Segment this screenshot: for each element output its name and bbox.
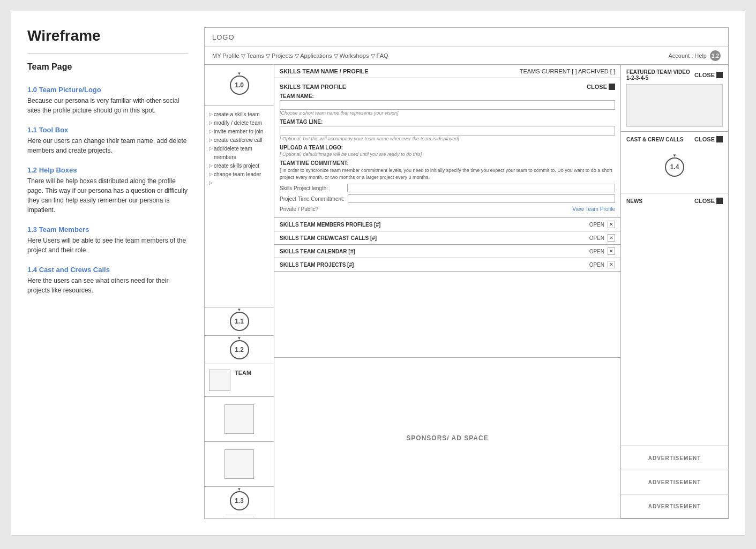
team-thumbnail-2	[224, 404, 254, 434]
profile-header-title: SKILLS TEAM NAME / PROFILE	[280, 68, 369, 74]
sponsors-area: SPONSORS/ AD SPACE	[274, 357, 620, 518]
news-area	[626, 207, 723, 250]
ad-section-2: ADVERTISEMENT	[621, 470, 728, 494]
badge-1-4: 1.4	[665, 157, 684, 177]
left-sidebar: 1.0 ▷create a skills team ▷modify / dele…	[205, 65, 274, 518]
toolbox-item-7: ▷ change team leader	[209, 170, 270, 179]
cast-crew-label: CAST & CREW CALLS	[626, 137, 684, 142]
section-body-1-1: Here our users can change their team nam…	[27, 136, 188, 155]
cast-crew-close[interactable]: CLOSE	[694, 136, 723, 142]
x-icon-0[interactable]: ✕	[608, 221, 615, 228]
project-time-input[interactable]	[348, 194, 615, 203]
members-row-0: SKILLS TEAM MEMBERS PROFILES [#] OPEN ✕	[274, 218, 620, 231]
profile-close-button[interactable]: CLOSE	[587, 84, 615, 90]
logo-text: LOGO	[212, 33, 235, 41]
featured-video-section: FEATURED TEAM VIDEO 1-2-3-4-5 CLOSE	[621, 65, 728, 132]
featured-video-close[interactable]: CLOSE	[694, 72, 723, 78]
team-tagline-label: TEAM TAG LINE:	[280, 119, 615, 125]
badge-container-11-12: 1.1	[205, 307, 274, 336]
left-section-1-4: 1.4 Cast and Crews Calls Here the users …	[27, 266, 188, 295]
open-text-3[interactable]: OPEN	[589, 262, 604, 268]
nav-links[interactable]: MY Profile ▽ Teams ▽ Projects ▽ Applicat…	[212, 52, 388, 59]
profile-header-tabs: TEAMS CURRENT [ ] ARCHIVED [ ]	[520, 68, 615, 74]
section-heading-1-3: 1.3 Team Members	[27, 225, 188, 234]
badge-container-12: 1.2	[205, 336, 274, 364]
x-icon-3[interactable]: ✕	[608, 261, 615, 268]
news-close-icon	[716, 198, 723, 204]
members-row-1: SKILLS TEAM CREW/CAST CALLS [#] OPEN ✕	[274, 231, 620, 245]
upload-logo-hint: [ Optional, default image will be used u…	[280, 152, 615, 157]
open-text-0[interactable]: OPEN	[589, 222, 604, 228]
private-public-text: Private / Public?	[280, 206, 318, 212]
featured-video-label: FEATURED TEAM VIDEO 1-2-3-4-5	[626, 69, 694, 81]
team-tagline-input[interactable]	[280, 126, 615, 136]
members-section: SKILLS TEAM MEMBERS PROFILES [#] OPEN ✕ …	[274, 218, 620, 357]
project-length-row: Skills Project length:	[280, 184, 615, 192]
members-actions-0: OPEN ✕	[589, 221, 615, 228]
section-body-1-4: Here the users can see what others need …	[27, 276, 188, 295]
news-header: NEWS CLOSE	[626, 198, 723, 204]
team-name-input[interactable]	[280, 100, 615, 110]
x-icon-2[interactable]: ✕	[608, 247, 615, 255]
page-subtitle: Team Page	[27, 62, 188, 72]
sponsors-text: SPONSORS/ AD SPACE	[406, 434, 488, 442]
left-section-1-0: 1.0 Team Picture/Logo Because our person…	[27, 86, 188, 115]
project-length-label: Skills Project length:	[280, 185, 344, 191]
section-heading-1-1: 1.1 Tool Box	[27, 126, 188, 134]
members-row-2: SKILLS TEAM CALENDAR [#] OPEN ✕	[274, 245, 620, 258]
cast-crew-close-label: CLOSE	[694, 136, 715, 142]
toolbox-item-1: ▷create a skills team	[209, 110, 270, 119]
close-icon	[609, 84, 615, 90]
ad-text-2: ADVERTISEMENT	[648, 479, 701, 485]
featured-video-header: FEATURED TEAM VIDEO 1-2-3-4-5 CLOSE	[626, 69, 723, 81]
badge-1-1: 1.1	[230, 312, 249, 331]
badge-1-2: 1.2	[230, 340, 249, 359]
page-title: Wireframe	[27, 27, 188, 44]
project-time-row: Project Time Committment:	[280, 194, 615, 203]
news-label: NEWS	[626, 198, 642, 204]
view-team-profile-link[interactable]: View Team Profile	[572, 206, 615, 212]
featured-video-area	[626, 84, 723, 127]
members-label-0: SKILLS TEAM MEMBERS PROFILES [#]	[280, 222, 380, 228]
account-help-text[interactable]: Account : Help	[668, 52, 707, 59]
toolbox-area: ▷create a skills team ▷modify / delete t…	[205, 106, 274, 307]
cast-crew-area: 1.4	[626, 146, 723, 189]
ad-section-3: ADVERTISEMENT	[621, 494, 728, 518]
toolbox-item-6: ▷ create skills project	[209, 162, 270, 170]
section-body-1-0: Because our persona is very familiar wit…	[27, 96, 188, 115]
close-label: CLOSE	[587, 84, 607, 90]
section-body-1-2: There will be help boxes distributed alo…	[27, 176, 188, 215]
commitment-label: TEAM TIME COMMITMENT:	[280, 160, 615, 166]
cast-crew-close-icon	[716, 136, 723, 142]
team-label: TEAM	[235, 370, 251, 376]
news-close-label: CLOSE	[694, 198, 715, 204]
left-panel: Wireframe Team Page 1.0 Team Picture/Log…	[27, 27, 188, 519]
news-close[interactable]: CLOSE	[694, 198, 723, 204]
badge-container-13: 1.3	[226, 487, 253, 515]
upload-logo-label: UPLOAD A TEAM LOGO:	[280, 145, 615, 151]
team-tagline-hint: [ Optional, but this will accompany your…	[280, 136, 615, 141]
divider	[27, 53, 188, 54]
profile-form-area: SKILLS TEAM PROFILE CLOSE TEAM NAME: [Ch…	[274, 78, 620, 218]
members-label-2: SKILLS TEAM CALENDAR [#]	[280, 249, 355, 254]
team-thumbnail-1	[209, 370, 230, 391]
open-text-1[interactable]: OPEN	[589, 235, 604, 241]
project-length-input[interactable]	[347, 184, 615, 192]
members-actions-3: OPEN ✕	[589, 261, 615, 268]
cast-crew-header: CAST & CREW CALLS CLOSE	[626, 136, 723, 142]
section-heading-1-4: 1.4 Cast and Crews Calls	[27, 266, 188, 274]
commitment-note: [ In order to syncronize team member com…	[280, 167, 615, 181]
x-icon-1[interactable]: ✕	[608, 234, 615, 242]
open-text-2[interactable]: OPEN	[589, 249, 604, 254]
ad-text-3: ADVERTISEMENT	[648, 503, 701, 509]
project-time-label: Project Time Committment:	[280, 196, 345, 202]
toolbox-item-3: ▷invite member to join	[209, 127, 270, 136]
toolbox-item-5: ▷ add/delete team members	[209, 145, 270, 162]
left-section-1-1: 1.1 Tool Box Here our users can change t…	[27, 126, 188, 155]
members-actions-2: OPEN ✕	[589, 247, 615, 255]
badge-1-0: 1.0	[230, 76, 249, 95]
cast-crew-section: CAST & CREW CALLS CLOSE 1.4	[621, 132, 728, 193]
nav-badge: 1.2	[710, 50, 721, 61]
wireframe-panel: LOGO MY Profile ▽ Teams ▽ Projects ▽ App…	[204, 27, 729, 519]
page-container: Wireframe Team Page 1.0 Team Picture/Log…	[11, 11, 745, 536]
